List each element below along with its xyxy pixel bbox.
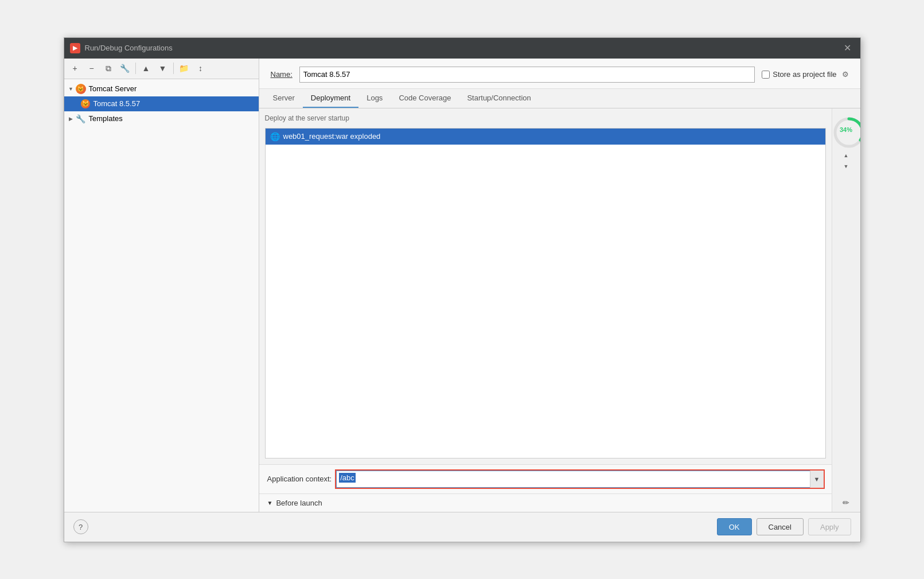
- scroll-buttons: ▲ ▼: [841, 151, 851, 171]
- edit-icon[interactable]: ✏: [843, 498, 849, 507]
- bottom-bar: ? OK Cancel Apply: [64, 512, 860, 542]
- app-context-label: Application context:: [267, 475, 332, 483]
- tree-arrow-collapsed: ▶: [67, 114, 76, 123]
- move-down-button[interactable]: ▼: [155, 61, 170, 76]
- before-launch-label: Before launch: [276, 499, 322, 507]
- store-as-project-wrap: Store as project file ⚙: [762, 70, 848, 79]
- tree-group-templates[interactable]: ▶ 🔧 Templates: [64, 111, 259, 126]
- cancel-button[interactable]: Cancel: [757, 518, 804, 535]
- templates-label: Templates: [89, 114, 123, 123]
- app-context-dropdown-arrow[interactable]: ▼: [810, 471, 824, 488]
- toolbar-separator: [135, 63, 136, 74]
- tree-group-tomcat-server[interactable]: ▼ 🐱 Tomcat Server: [64, 81, 259, 96]
- dialog-title: Run/Debug Configurations: [85, 44, 841, 52]
- configurations-tree: ▼ 🐱 Tomcat Server 🐱 Tomcat 8.5.57 ▶: [64, 79, 259, 512]
- pencil-icon[interactable]: ✏: [843, 498, 849, 507]
- apply-button[interactable]: Apply: [808, 518, 851, 535]
- deploy-item-icon: 🌐: [270, 132, 280, 141]
- sort-button[interactable]: ↕: [193, 61, 208, 76]
- remove-config-button[interactable]: −: [84, 61, 99, 76]
- app-context-input-wrap: /abc ▼: [336, 471, 823, 488]
- app-context-input[interactable]: [336, 471, 823, 488]
- copy-config-button[interactable]: ⧉: [101, 61, 116, 76]
- bottom-left: ?: [73, 519, 88, 534]
- ok-button[interactable]: OK: [717, 518, 752, 535]
- tree-item-tomcat-8557[interactable]: 🐱 Tomcat 8.5.57: [64, 96, 259, 111]
- wrench-button[interactable]: 🔧: [118, 61, 132, 76]
- store-settings-gear-icon[interactable]: ⚙: [842, 70, 849, 79]
- folder-button[interactable]: 📁: [177, 61, 192, 76]
- scroll-up-button[interactable]: ▲: [841, 151, 851, 160]
- name-field-label: Name:: [271, 70, 293, 79]
- deployment-content: Deploy at the server startup 🌐 web01_req…: [259, 108, 832, 512]
- tomcat-instance-icon: 🐱: [80, 99, 91, 109]
- store-as-project-checkbox[interactable]: [762, 71, 770, 79]
- scroll-sidebar: 34% ▲ ▼ ✏: [832, 108, 860, 512]
- tabs-bar: Server Deployment Logs Code Coverage Sta…: [259, 89, 860, 108]
- tab-logs[interactable]: Logs: [358, 89, 391, 108]
- configurations-toolbar: + − ⧉ 🔧 ▲ ▼ 📁 ↕: [64, 59, 259, 79]
- move-up-button[interactable]: ▲: [139, 61, 154, 76]
- name-row: Name: Store as project file ⚙: [259, 59, 860, 89]
- progress-ring: 34%: [832, 115, 860, 144]
- before-launch-collapse-icon[interactable]: ▼: [267, 500, 273, 506]
- deploy-list-item[interactable]: 🌐 web01_request:war exploded: [266, 129, 825, 145]
- tab-server[interactable]: Server: [265, 89, 303, 108]
- main-content: + − ⧉ 🔧 ▲ ▼ 📁 ↕ ▼ 🐱 Tomcat Se: [64, 59, 860, 512]
- templates-icon: 🔧: [76, 114, 86, 124]
- tomcat-server-icon: 🐱: [76, 84, 86, 94]
- name-input[interactable]: [299, 67, 755, 83]
- add-config-button[interactable]: +: [68, 61, 83, 76]
- close-button[interactable]: ✕: [841, 41, 855, 55]
- scroll-down-button[interactable]: ▼: [841, 162, 851, 171]
- deploy-section-header: Deploy at the server startup: [265, 114, 826, 125]
- tomcat-instance-label: Tomcat 8.5.57: [93, 99, 141, 108]
- deploy-list: 🌐 web01_request:war exploded: [265, 128, 826, 458]
- right-panel-wrapper: Name: Store as project file ⚙ Server Dep…: [259, 59, 860, 512]
- store-as-project-label: Store as project file: [773, 70, 836, 79]
- tab-startup-connection[interactable]: Startup/Connection: [459, 89, 539, 108]
- tab-deployment[interactable]: Deployment: [303, 89, 358, 108]
- run-debug-dialog: ▶ Run/Debug Configurations ✕ + − ⧉ 🔧 ▲ ▼…: [64, 37, 861, 542]
- deploy-item-label: web01_request:war exploded: [283, 132, 381, 141]
- titlebar: ▶ Run/Debug Configurations ✕: [64, 38, 860, 59]
- progress-label: 34%: [840, 126, 852, 133]
- app-icon: ▶: [70, 43, 80, 53]
- before-launch-header: ▼ Before launch: [267, 499, 824, 507]
- bottom-right: OK Cancel Apply: [717, 518, 851, 535]
- help-button[interactable]: ?: [73, 519, 88, 534]
- before-launch-section: ▼ Before launch: [259, 493, 832, 512]
- tree-arrow-expanded: ▼: [67, 84, 76, 94]
- tab-code-coverage[interactable]: Code Coverage: [391, 89, 459, 108]
- deploy-section: Deploy at the server startup 🌐 web01_req…: [259, 108, 832, 464]
- tab-content-area: Deploy at the server startup 🌐 web01_req…: [259, 108, 860, 512]
- tomcat-server-group-label: Tomcat Server: [89, 84, 137, 93]
- toolbar-separator-2: [173, 63, 174, 74]
- left-panel: + − ⧉ 🔧 ▲ ▼ 📁 ↕ ▼ 🐱 Tomcat Se: [64, 59, 259, 512]
- app-context-row: Application context: /abc ▼: [259, 464, 832, 493]
